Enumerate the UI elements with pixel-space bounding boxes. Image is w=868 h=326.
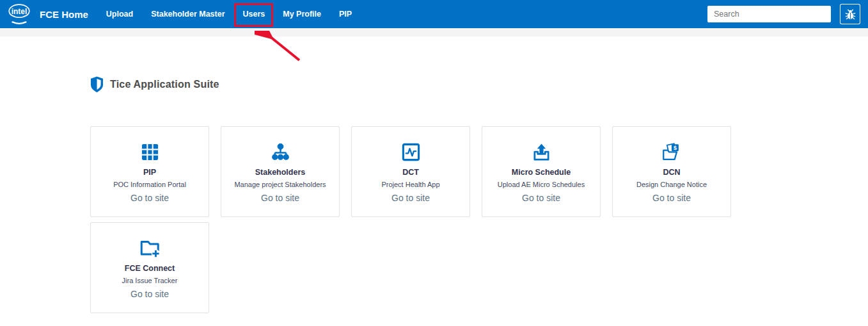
app-card-dct[interactable]: DCT Project Health App Go to site <box>351 126 470 217</box>
nav-item-pip[interactable]: PIP <box>339 10 352 19</box>
folder-invoice-icon: $ <box>613 140 730 163</box>
svg-text:intel: intel <box>12 7 28 16</box>
sitemap-icon <box>221 140 339 163</box>
bug-icon <box>844 8 856 20</box>
bug-report-button[interactable] <box>840 4 860 24</box>
card-title: Micro Schedule <box>482 168 600 177</box>
card-title: DCT <box>352 168 470 177</box>
app-card-dcn[interactable]: $ DCN Design Change Notice Go to site <box>612 126 731 217</box>
nav-item-users[interactable]: Users <box>243 10 265 19</box>
card-subtitle: Upload AE Micro Schedules <box>482 181 600 188</box>
svg-text:$: $ <box>674 145 677 151</box>
card-subtitle: POC Information Portal <box>91 181 209 188</box>
go-to-site-link[interactable]: Go to site <box>130 193 169 203</box>
app-card-pip[interactable]: PIP POC Information Portal Go to site <box>90 126 209 217</box>
go-to-site-link[interactable]: Go to site <box>652 193 691 203</box>
page-title: Tice Application Suite <box>110 79 219 90</box>
upload-icon <box>482 140 600 163</box>
nav-brand-fce-home[interactable]: FCE Home <box>40 9 88 20</box>
nav-item-users-label: Users <box>243 10 265 19</box>
intel-logo[interactable]: intel <box>5 0 33 28</box>
folder-plus-icon <box>91 236 209 259</box>
card-subtitle: Manage project Stakeholders <box>221 181 339 188</box>
pulse-chart-icon <box>352 140 470 163</box>
card-title: FCE Connect <box>91 264 209 273</box>
nav-item-stakeholder-master[interactable]: Stakeholder Master <box>151 10 225 19</box>
go-to-site-link[interactable]: Go to site <box>391 193 430 203</box>
app-cards-grid: PIP POC Information Portal Go to site St… <box>90 126 732 313</box>
nav-item-my-profile[interactable]: My Profile <box>283 10 321 19</box>
nav-item-upload[interactable]: Upload <box>106 10 133 19</box>
go-to-site-link[interactable]: Go to site <box>261 193 299 203</box>
app-card-stakeholders[interactable]: Stakeholders Manage project Stakeholders… <box>221 126 340 217</box>
top-navbar: intel FCE Home Upload Stakeholder Master… <box>0 0 868 28</box>
card-subtitle: Project Health App <box>352 181 470 188</box>
card-title: PIP <box>91 168 209 177</box>
section-header: Tice Application Suite <box>90 76 868 94</box>
go-to-site-link[interactable]: Go to site <box>522 193 560 203</box>
nav-items: Upload Stakeholder Master Users My Profi… <box>106 10 352 19</box>
shield-icon <box>90 76 104 94</box>
grid-icon <box>91 140 209 163</box>
nav-shadow-strip <box>0 28 868 37</box>
app-card-fce-connect[interactable]: FCE Connect Jira Issue Tracker Go to sit… <box>90 222 209 313</box>
card-subtitle: Design Change Notice <box>613 181 730 188</box>
card-subtitle: Jira Issue Tracker <box>91 277 209 284</box>
card-title: Stakeholders <box>221 168 339 177</box>
card-title: DCN <box>613 168 730 177</box>
search-input[interactable] <box>707 6 831 22</box>
go-to-site-link[interactable]: Go to site <box>130 289 169 299</box>
app-card-micro-schedule[interactable]: Micro Schedule Upload AE Micro Schedules… <box>482 126 601 217</box>
